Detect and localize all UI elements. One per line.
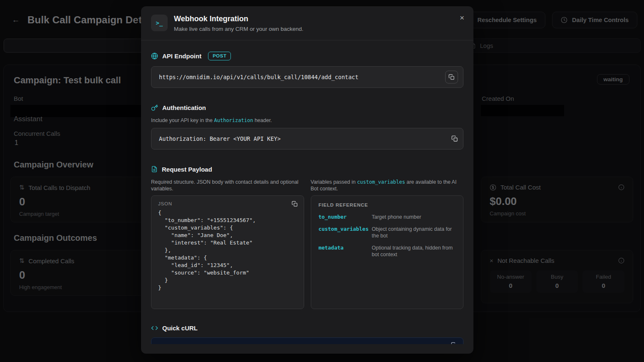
key-icon [151,104,158,111]
field-description: Target phone number [372,214,456,220]
bash-label: BASH [158,344,456,344]
file-text-icon [151,166,158,172]
post-method-badge: POST [208,52,231,60]
terminal-icon: >_ [151,15,168,31]
field-name: custom_variables [319,226,370,239]
field-name: metadata [319,245,370,258]
copy-icon[interactable] [451,342,457,344]
custom-variables-code-token: custom_variables [357,179,405,185]
field-reference-heading: FIELD REFERENCE [319,202,456,207]
endpoint-url-block: https://omnidim.io/api/v1/calls/bulk_cal… [151,66,463,88]
payload-right-description: Variables passed in custom_variables are… [311,179,464,192]
json-label: JSON [158,201,297,206]
field-description: Optional tracking data, hidden from bot … [372,245,456,258]
auth-desc-suffix: header. [253,117,272,123]
payload-left-description: Required structure. JSON body with conta… [151,179,304,192]
endpoint-url: https://omnidim.io/api/v1/calls/bulk_cal… [159,74,359,80]
auth-header-code: Authorization: Bearer <YOUR API KEY> [159,135,281,142]
auth-desc-prefix: Include your API key in the [151,117,214,123]
close-icon[interactable]: × [460,14,464,22]
authentication-section: Authentication Include your API key in t… [151,103,463,150]
field-name: to_number [319,214,370,220]
auth-header-block: Authorization: Bearer <YOUR API KEY> [151,128,463,150]
bash-code-card: BASH [151,337,463,344]
request-payload-section: Request Payload Required structure. JSON… [151,165,463,309]
code-icon [151,325,158,332]
modal-title: Webhook Integration [174,15,303,23]
copy-icon[interactable] [451,135,458,142]
field-description: Object containing dynamic data for the b… [372,226,456,239]
right-desc-prefix: Variables passed in [311,179,357,185]
page: ← Bulk Call Campaign Details ⚙ Reschedul… [0,0,644,362]
field-reference-card: FIELD REFERENCE to_number Target phone n… [311,195,464,309]
modal-subtitle: Make live calls from any CRM or your own… [174,26,303,32]
globe-icon [151,52,158,60]
json-code: { "to_number": "+15551234567", "custom_v… [158,209,297,292]
payload-right-column: Variables passed in custom_variables are… [311,179,464,309]
quick-curl-section: Quick cURL BASH [151,323,463,344]
api-endpoint-section: API Endpoint POST https://omnidim.io/api… [151,51,463,88]
webhook-integration-modal: >_ Webhook Integration Make live calls f… [141,6,473,354]
modal-body[interactable]: API Endpoint POST https://omnidim.io/api… [141,40,473,344]
api-endpoint-heading: API Endpoint [162,52,201,60]
modal-header: >_ Webhook Integration Make live calls f… [141,6,473,40]
json-example-card: JSON { "to_number": "+15551234567", "cus… [151,195,304,309]
copy-icon[interactable] [445,71,458,84]
authorization-code-token: Authorization [214,117,253,123]
copy-icon[interactable] [292,201,298,207]
request-payload-heading: Request Payload [162,166,212,173]
authentication-description: Include your API key in the Authorizatio… [151,117,463,124]
payload-left-column: Required structure. JSON body with conta… [151,179,304,309]
quick-curl-heading: Quick cURL [162,325,198,332]
authentication-heading: Authentication [162,104,206,111]
